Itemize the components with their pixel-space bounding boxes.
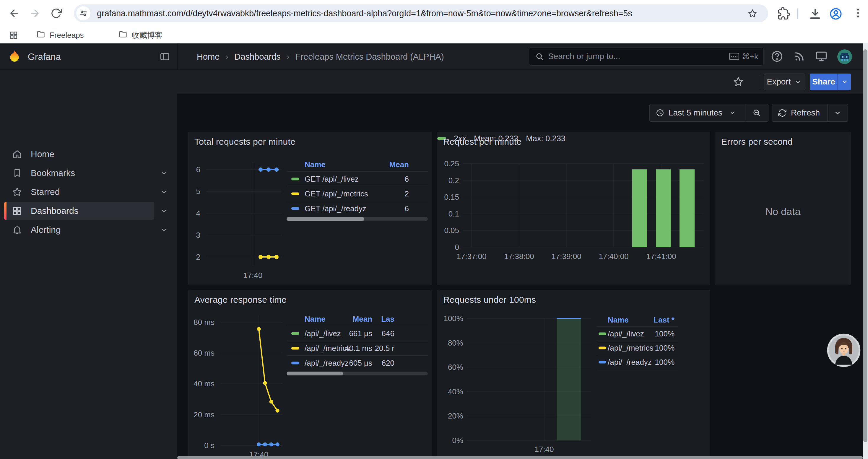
- bookmark-folder-blogs[interactable]: 收藏博客: [115, 29, 165, 41]
- legend-scrollbar[interactable]: [286, 371, 428, 375]
- breadcrumb-separator: ›: [225, 52, 228, 62]
- legend-row[interactable]: /api/_/readyz 100%: [597, 355, 678, 369]
- help-icon[interactable]: [771, 50, 783, 63]
- folder-icon: [36, 30, 45, 41]
- series-last: 620: [382, 358, 395, 367]
- zoom-out-button[interactable]: [745, 108, 768, 117]
- url-bar[interactable]: grafana.mathmast.com/d/deytv4rwavabkb/fr…: [74, 4, 768, 22]
- forward-icon[interactable]: [28, 7, 41, 20]
- bookmark-label: 收藏博客: [132, 30, 162, 40]
- legend-col-mean[interactable]: Mean: [353, 314, 372, 323]
- browser-toolbar: grafana.mathmast.com/d/deytv4rwavabkb/fr…: [0, 0, 868, 27]
- share-button[interactable]: Share: [810, 73, 838, 90]
- chevron-down-icon: [833, 108, 842, 117]
- series-swatch: [291, 362, 299, 364]
- series-name[interactable]: /api/_/metrics: [608, 343, 653, 352]
- scrollbar-thumb[interactable]: [286, 217, 364, 221]
- series-name[interactable]: /api/_/metrics: [305, 343, 350, 353]
- series-name[interactable]: /api/_/livez: [305, 329, 341, 338]
- bookmark-star-icon[interactable]: [747, 8, 757, 19]
- legend-row[interactable]: /api/_/metrics 40.1 ms 20.5 r: [286, 341, 428, 356]
- active-highlight: [4, 202, 154, 220]
- sidebar-item-starred[interactable]: Starred: [0, 183, 177, 201]
- reload-icon[interactable]: [50, 7, 63, 20]
- legend-row[interactable]: GET /api/_/livez 6: [286, 172, 428, 186]
- toolbar-divider: [759, 75, 759, 89]
- series-name[interactable]: GET /api/_/readyz: [305, 204, 366, 213]
- chevron-down-icon[interactable]: [159, 188, 168, 197]
- legend-col-last[interactable]: Last *: [653, 315, 675, 324]
- legend-col-last[interactable]: Las: [381, 314, 395, 323]
- breadcrumb-home[interactable]: Home: [197, 52, 219, 62]
- sidebar-toggle-icon[interactable]: [159, 52, 170, 62]
- share-menu-button[interactable]: [838, 73, 851, 90]
- user-avatar[interactable]: [837, 49, 852, 64]
- downloads-icon[interactable]: [808, 7, 822, 21]
- legend-row[interactable]: /api/_/metrics 100%: [597, 341, 678, 355]
- export-button[interactable]: Export: [764, 73, 805, 90]
- dashboards-icon: [12, 205, 23, 216]
- legend-row[interactable]: GET /api/_/metrics 2: [286, 186, 428, 201]
- page-scrollbar-vertical[interactable]: [863, 43, 868, 459]
- series-name[interactable]: GET /api/_/livez: [305, 174, 359, 184]
- browser-menu-icon[interactable]: [852, 7, 864, 20]
- series-mean: 661 µs: [349, 329, 372, 338]
- series-name[interactable]: GET /api/_/metrics: [305, 189, 368, 198]
- legend-row[interactable]: GET /api/_/readyz 6: [286, 201, 428, 216]
- page-scrollbar-horizontal[interactable]: [177, 456, 863, 459]
- breadcrumb-current: Freeleaps Metrics Dashboard (ALPHA): [296, 52, 444, 62]
- chevron-down-icon[interactable]: [159, 169, 168, 178]
- extensions-icon[interactable]: [777, 7, 790, 20]
- series-name[interactable]: /api/_/readyz: [305, 358, 349, 367]
- assistant-avatar-widget[interactable]: [827, 333, 861, 367]
- panel-total-requests-per-minute: Total requests per minute 6543217:40 Nam…: [188, 132, 432, 285]
- chevron-down-icon[interactable]: [159, 207, 168, 216]
- legend-scrollbar[interactable]: [286, 217, 428, 221]
- url-text[interactable]: grafana.mathmast.com/d/deytv4rwavabkb/fr…: [97, 8, 632, 18]
- monitor-icon[interactable]: [815, 50, 828, 63]
- series-mean: 605 µs: [349, 358, 372, 367]
- scrollbar-thumb[interactable]: [286, 371, 343, 375]
- chevron-down-icon[interactable]: [159, 226, 168, 234]
- scrollbar-thumb[interactable]: [863, 49, 867, 442]
- refresh-interval-button[interactable]: [828, 108, 848, 117]
- refresh-label: Refresh: [791, 108, 820, 118]
- legend-col-name[interactable]: Name: [608, 315, 629, 324]
- grafana-app: Grafana Home › Dashboards › Freeleaps Me…: [0, 43, 868, 459]
- sidebar-item-alerting[interactable]: Alerting: [0, 220, 177, 239]
- bookmarks-bar: Freeleaps 收藏博客: [0, 27, 868, 43]
- legend-row[interactable]: /api/_/livez 661 µs 646: [286, 326, 428, 341]
- panel-title[interactable]: Errors per second: [721, 137, 793, 147]
- refresh-button[interactable]: Refresh: [772, 108, 827, 118]
- time-range-picker[interactable]: Last 5 minutes: [650, 108, 745, 118]
- series-swatch: [598, 347, 606, 349]
- panel-average-response-time: Average response time 80 ms60 ms40 ms20 …: [188, 290, 432, 459]
- no-data-message: No data: [715, 206, 850, 218]
- breadcrumb: Home › Dashboards › Freeleaps Metrics Da…: [197, 52, 444, 62]
- panel-legend: Name Mean Las /api/_/livez 661 µs 646 /a…: [286, 312, 428, 370]
- bookmark-folder-freeleaps[interactable]: Freeleaps: [33, 29, 87, 41]
- legend-col-name[interactable]: Name: [305, 314, 326, 323]
- favorite-star-icon[interactable]: [733, 76, 744, 88]
- series-name[interactable]: /api/_/readyz: [608, 357, 652, 366]
- series-name[interactable]: /api/_/livez: [608, 329, 644, 338]
- breadcrumb-dashboards[interactable]: Dashboards: [234, 52, 280, 62]
- legend-row[interactable]: /api/_/readyz 605 µs 620: [286, 356, 428, 370]
- news-rss-icon[interactable]: [793, 50, 806, 63]
- sidebar-item-dashboards[interactable]: Dashboards: [0, 201, 177, 220]
- site-settings-icon[interactable]: [76, 6, 90, 21]
- bar-chart[interactable]: 0.250.20.150.10.05017:37:0017:38:0017:39…: [437, 132, 710, 285]
- legend-col-mean[interactable]: Mean: [390, 160, 409, 169]
- sidebar-item-bookmarks[interactable]: Bookmarks: [0, 164, 177, 183]
- search-input[interactable]: Search or jump to... ⌘+k: [529, 47, 764, 66]
- legend-col-name[interactable]: Name: [305, 160, 326, 169]
- apps-grid-icon[interactable]: [6, 29, 21, 41]
- profile-icon[interactable]: [829, 7, 843, 21]
- star-icon: [12, 187, 23, 197]
- series-mean: 6: [405, 174, 409, 184]
- legend-row[interactable]: /api/_/livez 100%: [597, 327, 678, 341]
- search-shortcut: ⌘+k: [729, 52, 758, 61]
- sidebar-item-home[interactable]: Home: [0, 145, 177, 164]
- back-icon[interactable]: [8, 7, 21, 20]
- grafana-logo[interactable]: [8, 50, 21, 63]
